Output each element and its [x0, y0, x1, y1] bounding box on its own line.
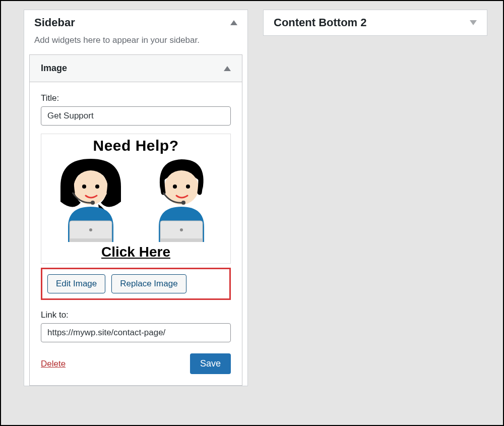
svg-point-6 — [89, 228, 92, 231]
sidebar-panel: Sidebar Add widgets here to appear in yo… — [24, 10, 248, 386]
edit-image-button[interactable]: Edit Image — [47, 274, 105, 293]
svg-rect-12 — [160, 238, 203, 242]
content-bottom-2-title: Content Bottom 2 — [274, 16, 367, 29]
svg-point-3 — [91, 201, 95, 205]
support-person-female-icon — [50, 156, 131, 242]
svg-point-10 — [181, 201, 185, 205]
replace-image-button[interactable]: Replace Image — [111, 274, 186, 293]
image-widget-header[interactable]: Image — [30, 55, 242, 82]
support-person-male-icon — [141, 156, 222, 242]
svg-rect-5 — [70, 238, 112, 242]
title-input[interactable] — [41, 106, 231, 126]
collapse-icon — [230, 20, 237, 25]
expand-icon — [470, 20, 477, 25]
title-field-label: Title: — [41, 93, 231, 103]
svg-point-1 — [82, 185, 86, 189]
image-widget-title: Image — [41, 63, 67, 74]
image-preview[interactable]: Need Help? — [41, 134, 231, 264]
content-bottom-2-header[interactable]: Content Bottom 2 — [264, 10, 487, 35]
image-actions-highlight: Edit Image Replace Image — [41, 268, 231, 300]
link-to-input[interactable] — [41, 323, 231, 342]
svg-point-13 — [180, 228, 183, 231]
svg-point-8 — [173, 185, 177, 189]
content-bottom-2-panel: Content Bottom 2 — [263, 10, 487, 36]
svg-point-9 — [186, 185, 190, 189]
sidebar-panel-title: Sidebar — [34, 16, 75, 29]
image-widget: Image Title: Need Help? — [29, 54, 242, 386]
collapse-icon — [224, 66, 231, 71]
sidebar-panel-header[interactable]: Sidebar — [24, 10, 247, 35]
image-caption-bottom: Click Here — [44, 244, 227, 263]
image-caption-top: Need Help? — [44, 137, 227, 154]
sidebar-panel-description: Add widgets here to appear in your sideb… — [24, 35, 247, 54]
link-to-label: Link to: — [41, 310, 231, 320]
svg-point-2 — [95, 185, 99, 189]
support-illustration — [44, 156, 227, 242]
delete-link[interactable]: Delete — [41, 359, 66, 369]
save-button[interactable]: Save — [190, 353, 231, 374]
